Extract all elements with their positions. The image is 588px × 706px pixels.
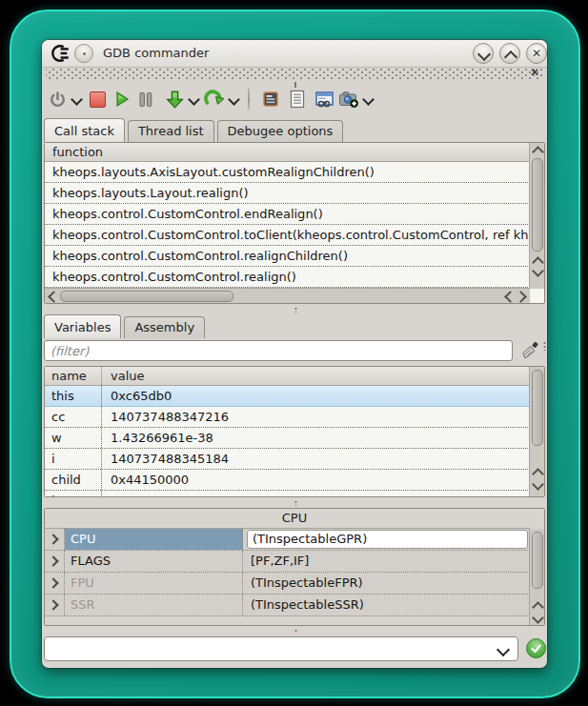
variable-name: cc	[45, 407, 102, 427]
variables-tabbar: VariablesAssembly	[44, 314, 545, 338]
scroll-down-icon[interactable]	[532, 612, 544, 624]
close-button[interactable]: ✕	[526, 43, 547, 64]
callstack-row[interactable]: kheops.layouts.AxisLayout.customRealignC…	[45, 162, 530, 183]
tab[interactable]: Thread list	[128, 120, 214, 142]
callstack-row[interactable]: kheops.control.CustomControl.endRealign(…	[45, 204, 530, 225]
gdb-command-combobox[interactable]	[44, 636, 518, 661]
output-list-icon	[289, 90, 306, 109]
pause-icon	[138, 91, 153, 108]
splitter-handle[interactable]	[294, 500, 297, 506]
clear-filter-button[interactable]	[518, 339, 543, 362]
snapshot-dropdown-chevron[interactable]	[362, 93, 375, 106]
callstack-column-header[interactable]: function	[45, 143, 530, 162]
step-over-dropdown-chevron[interactable]	[228, 93, 240, 106]
stop-button[interactable]	[86, 88, 109, 111]
watch-window-icon	[314, 91, 335, 109]
column-header-value[interactable]: value	[102, 367, 530, 385]
send-command-button[interactable]	[526, 638, 546, 658]
scrollbar-thumb[interactable]	[532, 158, 543, 252]
splitter-handle[interactable]	[294, 307, 297, 313]
variable-name: this	[45, 386, 102, 406]
variable-value: 140737488347216	[102, 407, 530, 427]
dock-grip-handle[interactable]	[46, 69, 543, 80]
cpu-vertical-scrollbar[interactable]	[529, 529, 544, 625]
scroll-down-icon[interactable]	[532, 478, 544, 491]
scroll-up-icon[interactable]	[532, 146, 544, 158]
callstack-row[interactable]: kheops.control.CustomControl.toClient(kh…	[45, 225, 530, 246]
variables-vertical-scrollbar[interactable]	[529, 367, 544, 496]
snapshot-add-button[interactable]	[337, 88, 360, 111]
variable-name: w	[45, 428, 102, 448]
variable-row[interactable]: this 0xc65db0	[45, 386, 530, 407]
callstack-tabbar: Call stackThread listDebugee options	[44, 118, 545, 142]
variable-row[interactable]: cc 140737488347216	[45, 407, 530, 428]
variable-row[interactable]: i 140737488345184	[45, 449, 530, 470]
variables-panel: name value this 0xc65db0 cc 140737488347…	[44, 366, 545, 497]
scroll-down-icon[interactable]	[532, 265, 544, 277]
titlebar[interactable]: GDB commander ✕	[42, 40, 547, 68]
stop-icon	[90, 91, 106, 108]
callstack-vertical-scrollbar[interactable]	[529, 143, 544, 289]
watch-window-button[interactable]	[313, 88, 335, 111]
command-value	[45, 642, 51, 656]
tab[interactable]: Variables	[44, 314, 121, 338]
scrollbar-thumb[interactable]	[532, 532, 543, 589]
variables-list: this 0xc65db0 cc 140737488347216 w 1.432…	[45, 386, 530, 496]
register-value[interactable]: (TInspectableSSR)	[243, 595, 530, 615]
power-button[interactable]	[46, 88, 69, 111]
cpu-view-button[interactable]	[259, 88, 282, 111]
tab[interactable]: Call stack	[44, 118, 125, 142]
dock-close-icon[interactable]: ✕	[530, 66, 539, 79]
callstack-panel: function kheops.layouts.AxisLayout.custo…	[44, 142, 545, 304]
pause-button[interactable]	[134, 88, 157, 111]
maximize-button[interactable]	[499, 43, 520, 64]
variables-header: name value	[45, 367, 530, 386]
variable-name: child	[45, 470, 102, 490]
variable-row[interactable]: child 0x44150000	[45, 470, 530, 491]
cpu-panel: CPU CPU (TInspectableGPR) FLAGS [PF,ZF,I…	[44, 508, 545, 626]
step-over-button[interactable]	[203, 88, 226, 111]
expand-chevron-icon[interactable]	[45, 595, 65, 615]
output-list-button[interactable]	[286, 88, 309, 111]
expand-chevron-icon[interactable]	[45, 529, 65, 550]
register-value[interactable]: [PF,ZF,IF]	[243, 551, 530, 572]
register-value[interactable]: (TInspectableFPR)	[243, 573, 530, 594]
tab[interactable]: Debugee options	[217, 120, 344, 142]
cpu-register-row[interactable]: CPU (TInspectableGPR)	[45, 529, 530, 551]
scroll-right-icon[interactable]	[515, 291, 527, 303]
variable-value: 0x44150000	[102, 470, 530, 490]
splitter-handle[interactable]	[543, 341, 546, 351]
expand-chevron-icon[interactable]	[45, 551, 65, 572]
scroll-left-icon[interactable]	[48, 291, 60, 303]
variable-row[interactable]: h 1.43266961e-38	[45, 491, 530, 496]
step-into-button[interactable]	[163, 88, 186, 111]
step-into-dropdown-chevron[interactable]	[188, 93, 200, 106]
cpu-register-row[interactable]: FPU (TInspectableFPR)	[45, 573, 530, 595]
window-menu-button[interactable]	[74, 44, 93, 63]
tab[interactable]: Assembly	[124, 316, 205, 338]
register-value[interactable]: (TInspectableGPR)	[243, 529, 530, 550]
callstack-row[interactable]: kheops.control.CustomControl.realignChil…	[45, 246, 530, 267]
scrollbar-thumb[interactable]	[532, 370, 543, 446]
splitter-handle[interactable]	[294, 629, 297, 634]
variable-name: h	[45, 491, 102, 496]
callstack-row[interactable]: kheops.control.CustomControl.realign()	[45, 267, 530, 288]
expand-chevron-icon[interactable]	[45, 573, 65, 594]
cpu-register-row[interactable]: SSR (TInspectableSSR)	[45, 595, 530, 616]
cpu-register-row[interactable]: FLAGS [PF,ZF,IF]	[45, 551, 530, 573]
variable-value: 140737488345184	[102, 449, 530, 469]
register-name: CPU	[65, 529, 243, 550]
variable-value: 0xc65db0	[102, 386, 530, 406]
callstack-row[interactable]: kheops.layouts.Layout.realign()	[45, 183, 530, 204]
run-button[interactable]	[111, 88, 133, 111]
close-icon: ✕	[527, 44, 546, 63]
snapshot-add-icon	[338, 90, 359, 109]
variable-row[interactable]: w 1.43266961e-38	[45, 428, 530, 449]
filter-input[interactable]	[44, 340, 513, 361]
shade-button[interactable]	[473, 43, 494, 64]
callstack-horizontal-scrollbar[interactable]	[45, 288, 530, 303]
scrollbar-thumb[interactable]	[60, 291, 233, 302]
power-dropdown-chevron[interactable]	[71, 93, 83, 106]
column-header-name[interactable]: name	[45, 367, 102, 385]
window-title: GDB commander	[103, 40, 209, 67]
